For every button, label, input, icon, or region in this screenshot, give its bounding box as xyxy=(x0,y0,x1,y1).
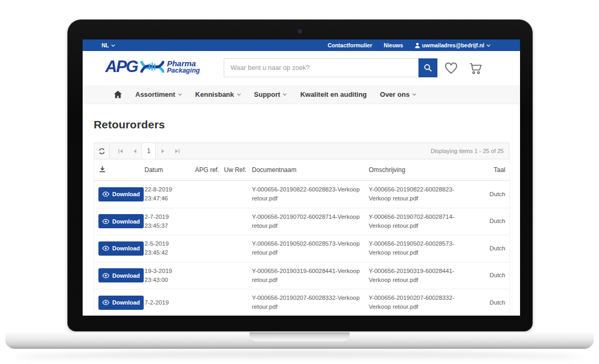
pagination-controls: 1 xyxy=(113,143,184,159)
nav-item-label: Assortiment xyxy=(135,90,175,98)
nav-item-kwaliteit-en-auditing[interactable]: Kwaliteit en auditing xyxy=(300,90,366,98)
row-documentnaam: Y-000656-20190207-60028332-Verkoop retou… xyxy=(252,289,369,316)
search-input[interactable] xyxy=(224,58,418,77)
row-apg-ref xyxy=(195,289,224,316)
prev-page-button[interactable] xyxy=(127,143,142,159)
account-menu[interactable]: uwmailadres@bedrijf.nl xyxy=(415,42,491,48)
language-label: NL xyxy=(102,42,109,48)
download-button[interactable]: Download xyxy=(98,241,144,256)
page-title: Retourorders xyxy=(94,118,510,131)
eye-icon xyxy=(102,191,109,197)
nav-item-label: Support xyxy=(254,90,281,98)
chevron-down-icon xyxy=(111,44,115,47)
last-page-icon xyxy=(175,149,180,154)
nav-item-label: Kwaliteit en auditing xyxy=(300,90,366,98)
download-button[interactable]: Download xyxy=(98,296,144,310)
logo-dna-icon xyxy=(140,58,164,76)
wishlist-button[interactable] xyxy=(444,62,458,75)
search-icon xyxy=(424,64,432,72)
column-header-taal: Taal xyxy=(477,159,510,181)
search-button[interactable] xyxy=(418,58,437,77)
first-page-icon xyxy=(118,149,123,154)
table-row: Download 2-5-201923:45:42 Y-000656-20190… xyxy=(94,235,510,262)
column-header-uw-ref: Uw Ref. xyxy=(224,159,252,181)
row-time: 23:45:37 xyxy=(145,221,192,230)
logo-apg-text: APG xyxy=(105,57,137,76)
first-page-button[interactable] xyxy=(113,143,127,159)
column-header-apg-ref: APG ref. xyxy=(195,159,224,181)
retourorders-grid: 1 Display xyxy=(94,143,510,316)
refresh-button[interactable] xyxy=(94,143,110,159)
next-page-button[interactable] xyxy=(156,143,170,159)
chevron-down-icon xyxy=(486,44,491,47)
nav-home[interactable] xyxy=(114,90,122,98)
row-date: 2-5-2019 xyxy=(145,239,192,248)
column-header-omschrijving: Omschrijving xyxy=(369,159,477,181)
column-header-documentnaam: Documentnaam xyxy=(252,159,369,181)
row-omschrijving: Y-000656-20190502-60028573-Verkoop retou… xyxy=(369,235,477,262)
row-documentnaam: Y-000656-20190502-60028573-Verkoop retou… xyxy=(252,235,369,262)
row-taal: Dutch xyxy=(477,208,510,235)
row-apg-ref xyxy=(195,181,224,208)
main-content: Retourorders xyxy=(83,118,520,316)
page-background: NL Contactformulier Nieuws uwmailadres@b… xyxy=(0,0,599,364)
row-documentnaam: Y-000656-20190319-60028441-Verkoop retou… xyxy=(252,262,369,289)
download-icon xyxy=(99,166,106,173)
laptop-webcam xyxy=(298,29,302,33)
laptop-base xyxy=(5,332,594,348)
nav-item-assortiment[interactable]: Assortiment xyxy=(135,90,182,98)
logo[interactable]: APG Pharma Packaging xyxy=(105,57,200,76)
nav-item-over-ons[interactable]: Over ons xyxy=(380,90,416,98)
row-documentnaam: Y-000656-20190822-60028823-Verkoop retou… xyxy=(252,181,369,208)
eye-icon xyxy=(102,246,109,251)
download-button[interactable]: Download xyxy=(98,187,144,201)
pager-status: Displaying items 1 - 25 of 25 xyxy=(431,148,509,154)
last-page-button[interactable] xyxy=(170,143,184,159)
laptop-base-notch xyxy=(249,332,350,341)
topbar-link-nieuws[interactable]: Nieuws xyxy=(384,42,403,48)
nav-item-kennisbank[interactable]: Kennisbank xyxy=(195,90,241,98)
download-button-label: Download xyxy=(112,299,140,306)
topbar-link-contactformulier[interactable]: Contactformulier xyxy=(327,42,372,48)
language-selector[interactable]: NL xyxy=(102,42,115,48)
download-button-label: Download xyxy=(112,272,140,279)
row-omschrijving: Y-000656-20190319-60028441-Verkoop retou… xyxy=(369,262,477,289)
documents-table: Datum APG ref. Uw Ref. Documentnaam Omsc… xyxy=(94,159,510,316)
logo-pharma-text: Pharma xyxy=(167,59,200,68)
download-button[interactable]: Download xyxy=(98,268,144,282)
eye-icon xyxy=(102,219,109,224)
eye-icon xyxy=(102,300,109,305)
current-page[interactable]: 1 xyxy=(142,143,156,159)
row-time: 23:47:46 xyxy=(145,194,192,203)
eye-icon xyxy=(102,273,109,278)
chevron-down-icon xyxy=(237,93,241,96)
download-button[interactable]: Download xyxy=(98,214,144,228)
column-header-datum: Datum xyxy=(145,159,195,181)
chevron-down-icon xyxy=(283,93,287,96)
table-header-row: Datum APG ref. Uw Ref. Documentnaam Omsc… xyxy=(94,159,510,181)
nav-item-support[interactable]: Support xyxy=(254,90,287,98)
row-date: 7-2-2019 xyxy=(145,298,192,307)
row-documentnaam: Y-000656-20190702-60028714-Verkoop retou… xyxy=(252,208,369,235)
browser-viewport: NL Contactformulier Nieuws uwmailadres@b… xyxy=(83,39,520,316)
account-email: uwmailadres@bedrijf.nl xyxy=(422,42,484,48)
table-row: Download 2-7-201923:45:37 Y-000656-20190… xyxy=(94,208,510,235)
site-header: APG Pharma Packaging xyxy=(83,51,520,85)
row-uw-ref xyxy=(224,208,252,235)
row-uw-ref xyxy=(224,235,252,262)
main-navigation: Assortiment Kennisbank Support Kwaliteit… xyxy=(83,85,520,104)
logo-wordmark: Pharma Packaging xyxy=(167,59,200,75)
row-date: 19-3-2019 xyxy=(145,267,192,276)
row-apg-ref xyxy=(195,235,224,262)
search-bar xyxy=(224,58,437,77)
row-taal: Dutch xyxy=(477,181,510,208)
nav-item-label: Kennisbank xyxy=(195,90,234,98)
row-omschrijving: Y-000656-20190702-60028714-Verkoop retou… xyxy=(369,208,477,235)
row-time: 23:45:42 xyxy=(145,248,192,257)
download-button-label: Download xyxy=(112,245,140,251)
row-taal: Dutch xyxy=(477,289,510,316)
cart-button[interactable] xyxy=(468,62,483,75)
row-uw-ref xyxy=(224,289,252,316)
row-taal: Dutch xyxy=(477,262,510,289)
row-date: 22-8-2019 xyxy=(145,185,192,194)
